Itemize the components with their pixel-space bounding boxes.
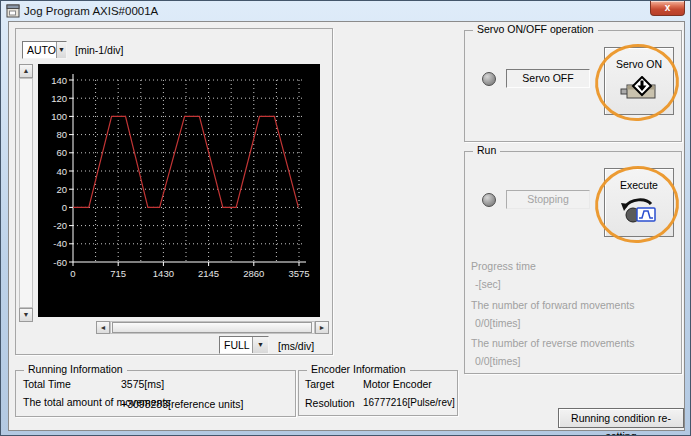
encoder-target-value: Motor Encoder — [363, 378, 432, 390]
encoder-target-label: Target — [305, 378, 334, 390]
svg-text:1430: 1430 — [153, 268, 174, 279]
chart-horizontal-scroll-thumb[interactable] — [112, 322, 312, 333]
total-time-label: Total Time — [23, 378, 71, 390]
chart-area: -60-40-200204060801001201400715143021452… — [38, 64, 320, 317]
svg-text:20: 20 — [56, 184, 67, 195]
running-info-group: Running Information Total Time 3575[ms] … — [15, 370, 296, 417]
scroll-right-icon: ► — [319, 324, 326, 331]
y-scale-dropdown-icon[interactable]: ▼ — [56, 42, 66, 58]
encoder-resolution-value: 16777216[Pulse/rev] — [363, 397, 455, 408]
svg-text:3575: 3575 — [288, 268, 309, 279]
svg-text:0: 0 — [70, 268, 75, 279]
servo-group-title: Servo ON/OFF operation — [473, 23, 598, 35]
reverse-movements-label: The number of reverse movements — [471, 337, 634, 349]
reverse-movements-value: 0/0[times] — [475, 355, 521, 367]
svg-text:715: 715 — [110, 268, 126, 279]
svg-text:0: 0 — [62, 202, 67, 213]
x-scale-value: FULL — [220, 337, 252, 353]
servo-status-lamp — [482, 72, 496, 86]
run-status-lamp — [482, 193, 496, 207]
svg-text:120: 120 — [51, 93, 67, 104]
svg-text:140: 140 — [51, 75, 67, 86]
execute-run-icon — [620, 197, 658, 223]
x-scale-dropdown-icon[interactable]: ▼ — [252, 337, 268, 353]
forward-movements-label: The number of forward movements — [471, 299, 634, 311]
forward-movements-value: 0/0[times] — [475, 317, 521, 329]
titlebar[interactable]: Jog Program AXIS#0001A x — [1, 1, 690, 21]
servo-on-button[interactable]: Servo ON — [604, 47, 674, 115]
svg-text:2145: 2145 — [198, 268, 219, 279]
y-unit-label: [min-1/div] — [75, 44, 123, 56]
encoder-info-group: Encoder Information Target Motor Encoder… — [298, 370, 458, 416]
chart-scroll-down-button[interactable]: ▼ — [19, 308, 33, 322]
x-scale-select[interactable]: FULL ▼ — [219, 336, 269, 354]
chart-scroll-up-button[interactable]: ▲ — [19, 64, 33, 78]
chart-scroll-right-button[interactable]: ► — [315, 321, 329, 334]
scroll-down-icon: ▼ — [23, 311, 30, 318]
servo-on-button-label: Servo ON — [605, 58, 673, 70]
svg-text:2860: 2860 — [243, 268, 264, 279]
svg-text:60: 60 — [56, 147, 67, 158]
x-unit-label: [ms/div] — [278, 340, 314, 352]
total-movements-value: +3098283[reference units] — [121, 398, 243, 410]
svg-text:-40: -40 — [53, 238, 67, 249]
total-time-value: 3575[ms] — [121, 378, 164, 390]
servo-motor-icon — [620, 76, 658, 100]
close-button[interactable]: x — [650, 1, 685, 16]
svg-text:40: 40 — [56, 166, 67, 177]
close-icon: x — [665, 2, 671, 13]
speed-chart: -60-40-200204060801001201400715143021452… — [38, 64, 320, 317]
running-info-title: Running Information — [24, 363, 127, 375]
chart-horizontal-scrollbar[interactable] — [110, 321, 315, 334]
running-condition-resetting-button[interactable]: Running condition re-setting — [558, 408, 684, 428]
scroll-left-icon: ◄ — [100, 324, 107, 331]
y-scale-select[interactable]: AUTO ▼ — [22, 41, 67, 59]
y-scale-value: AUTO — [23, 42, 56, 58]
servo-status-field: Servo OFF — [506, 69, 590, 88]
svg-text:100: 100 — [51, 111, 67, 122]
progress-time-value: -[sec] — [475, 278, 501, 290]
svg-text:-20: -20 — [53, 220, 67, 231]
svg-text:-60: -60 — [53, 257, 67, 268]
scroll-up-icon: ▲ — [23, 67, 30, 74]
execute-button[interactable]: Execute — [604, 168, 674, 237]
dialog-client-area: AUTO ▼ [min-1/div] ▲ ▼ -60-40-2002040608… — [8, 21, 685, 431]
chart-scroll-left-button[interactable]: ◄ — [96, 321, 110, 334]
encoder-info-title: Encoder Information — [307, 363, 410, 375]
window-title: Jog Program AXIS#0001A — [24, 5, 158, 17]
svg-text:80: 80 — [56, 129, 67, 140]
encoder-resolution-label: Resolution — [305, 397, 355, 409]
jog-program-window: Jog Program AXIS#0001A x AUTO ▼ [min-1/d… — [0, 0, 691, 436]
progress-time-label: Progress time — [471, 260, 536, 272]
execute-button-label: Execute — [605, 179, 673, 191]
app-icon — [6, 4, 20, 18]
chart-vertical-scrollbar[interactable] — [19, 78, 33, 308]
run-status-field: Stopping — [506, 190, 590, 209]
run-group-title: Run — [473, 144, 500, 156]
